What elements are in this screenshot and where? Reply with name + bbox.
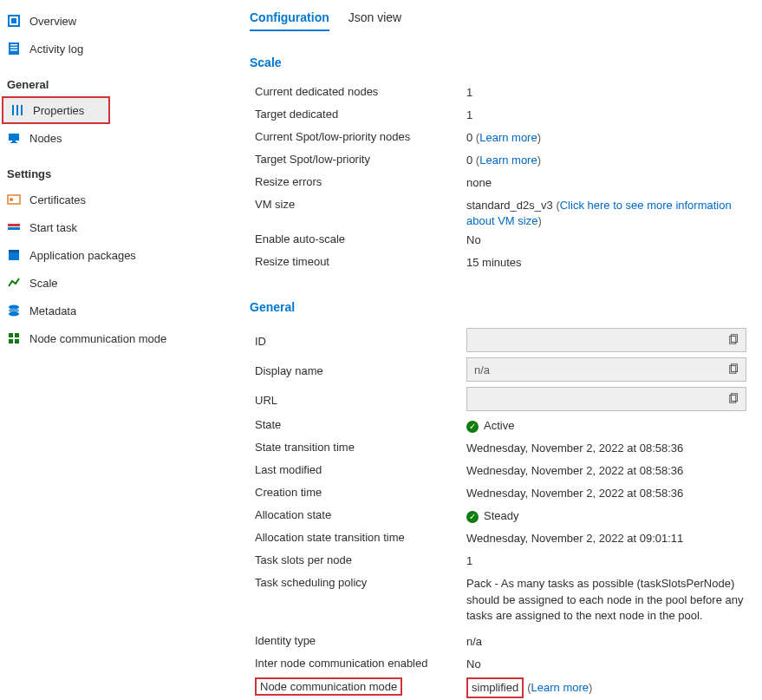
- svg-rect-9: [21, 105, 23, 115]
- value-resize-timeout: 15 minutes: [466, 253, 753, 271]
- metadata-icon: [7, 304, 21, 317]
- learn-more-link[interactable]: Learn more: [479, 131, 537, 144]
- value-state: ✓Active: [466, 416, 753, 434]
- label-allocation-state-transition: Allocation state transition time: [255, 529, 466, 544]
- label-url: URL: [255, 392, 466, 407]
- sidebar-item-nodes[interactable]: Nodes: [0, 124, 225, 152]
- sidebar-item-metadata[interactable]: Metadata: [0, 297, 225, 324]
- certificates-icon: [7, 193, 21, 206]
- sidebar-item-label: Certificates: [29, 193, 86, 206]
- sidebar-item-application-packages[interactable]: Application packages: [0, 241, 225, 269]
- general-group: General ID Display name n/a URL State✓Ac…: [250, 300, 753, 700]
- application-packages-icon: [7, 248, 21, 262]
- display-name-field[interactable]: n/a: [466, 357, 746, 382]
- sidebar-item-label: Start task: [29, 221, 77, 234]
- highlight-node-comm-label: Node communication mode: [255, 677, 402, 696]
- scale-group: Scale Current dedicated nodes1 Target de…: [250, 56, 753, 274]
- sidebar-item-label: Metadata: [29, 304, 76, 317]
- label-creation-time: Creation time: [255, 484, 466, 499]
- sidebar-item-label: Node communication mode: [29, 332, 166, 345]
- value-vm-size: standard_d2s_v3 (Click here to see more …: [466, 196, 753, 229]
- activity-log-icon: [7, 42, 21, 56]
- sidebar-item-activity-log[interactable]: Activity log: [0, 35, 225, 62]
- main-content: Configuration Json view Scale Current de…: [225, 0, 762, 700]
- node-communication-mode-icon: [7, 331, 21, 345]
- label-current-spot: Current Spot/low-priority nodes: [255, 128, 466, 143]
- scale-icon: [7, 276, 21, 290]
- sidebar-item-label: Overview: [29, 15, 76, 28]
- sidebar-item-properties[interactable]: Properties: [3, 98, 108, 122]
- id-field[interactable]: [466, 328, 746, 352]
- value-target-dedicated: 1: [466, 106, 753, 123]
- label-target-spot: Target Spot/low-priority: [255, 151, 466, 166]
- label-node-comm: Node communication mode: [260, 680, 397, 693]
- highlight-node-comm-value: simplified: [466, 677, 524, 698]
- check-icon: ✓: [466, 421, 479, 433]
- label-state-transition: State transition time: [255, 439, 466, 454]
- tab-configuration[interactable]: Configuration: [250, 10, 329, 31]
- svg-rect-11: [12, 141, 16, 142]
- svg-rect-25: [15, 339, 19, 343]
- copy-icon[interactable]: [728, 333, 740, 348]
- svg-rect-15: [8, 224, 20, 226]
- copy-icon[interactable]: [728, 363, 740, 377]
- value-creation-time: Wednesday, November 2, 2022 at 08:58:36: [466, 484, 753, 501]
- label-last-modified: Last modified: [255, 461, 466, 476]
- svg-rect-17: [9, 252, 19, 260]
- svg-rect-4: [10, 44, 17, 46]
- url-field[interactable]: [466, 387, 746, 411]
- sidebar-item-node-communication-mode[interactable]: Node communication mode: [0, 324, 225, 352]
- label-display-name: Display name: [255, 363, 466, 377]
- svg-rect-24: [9, 339, 13, 343]
- svg-rect-12: [10, 142, 17, 143]
- svg-rect-18: [9, 250, 19, 252]
- value-current-spot: 0 (Learn more): [466, 128, 753, 146]
- sidebar-item-label: Activity log: [29, 43, 83, 56]
- svg-point-21: [9, 312, 19, 317]
- sidebar-section-general: General: [0, 62, 225, 96]
- value-task-scheduling: Pack - As many tasks as possible (taskSl…: [466, 574, 753, 624]
- value-state-transition: Wednesday, November 2, 2022 at 08:58:36: [466, 439, 753, 456]
- label-task-scheduling: Task scheduling policy: [255, 574, 466, 589]
- sidebar-item-start-task[interactable]: Start task: [0, 213, 225, 241]
- tabs: Configuration Json view: [250, 10, 753, 31]
- general-heading: General: [250, 300, 753, 314]
- label-identity-type: Identity type: [255, 632, 466, 647]
- label-resize-errors: Resize errors: [255, 173, 466, 188]
- label-task-slots: Task slots per node: [255, 552, 466, 566]
- value-current-dedicated: 1: [466, 83, 753, 101]
- check-icon: ✓: [466, 511, 479, 523]
- svg-rect-2: [11, 18, 16, 23]
- highlight-properties: Properties: [2, 96, 110, 124]
- svg-rect-8: [16, 105, 18, 115]
- value-identity-type: n/a: [466, 632, 753, 650]
- svg-rect-5: [10, 47, 17, 49]
- svg-rect-23: [15, 333, 19, 337]
- svg-rect-10: [9, 134, 19, 141]
- svg-rect-22: [9, 333, 13, 337]
- svg-rect-6: [10, 49, 17, 51]
- value-enable-autoscale: No: [466, 231, 753, 248]
- sidebar-item-certificates[interactable]: Certificates: [0, 186, 225, 213]
- label-resize-timeout: Resize timeout: [255, 253, 466, 268]
- value-task-slots: 1: [466, 552, 753, 569]
- sidebar-item-scale[interactable]: Scale: [0, 269, 225, 297]
- label-target-dedicated: Target dedicated: [255, 106, 466, 121]
- sidebar-item-overview[interactable]: Overview: [0, 7, 225, 35]
- copy-icon[interactable]: [728, 392, 740, 407]
- svg-rect-7: [12, 105, 14, 115]
- value-node-comm: simplified (Learn more): [466, 677, 753, 698]
- sidebar-item-label: Scale: [29, 277, 58, 290]
- start-task-icon: [7, 220, 21, 234]
- label-inter-node: Inter node communication enabled: [255, 655, 466, 670]
- label-enable-autoscale: Enable auto-scale: [255, 231, 466, 245]
- learn-more-link[interactable]: Learn more: [479, 154, 537, 167]
- value-resize-errors: none: [466, 173, 753, 191]
- svg-rect-16: [8, 227, 20, 230]
- value-inter-node: No: [466, 655, 753, 672]
- sidebar-item-label: Application packages: [29, 249, 136, 262]
- value-last-modified: Wednesday, November 2, 2022 at 08:58:36: [466, 461, 753, 479]
- learn-more-link[interactable]: Learn more: [531, 681, 589, 694]
- sidebar-item-label: Properties: [33, 104, 84, 117]
- tab-json-view[interactable]: Json view: [348, 10, 401, 31]
